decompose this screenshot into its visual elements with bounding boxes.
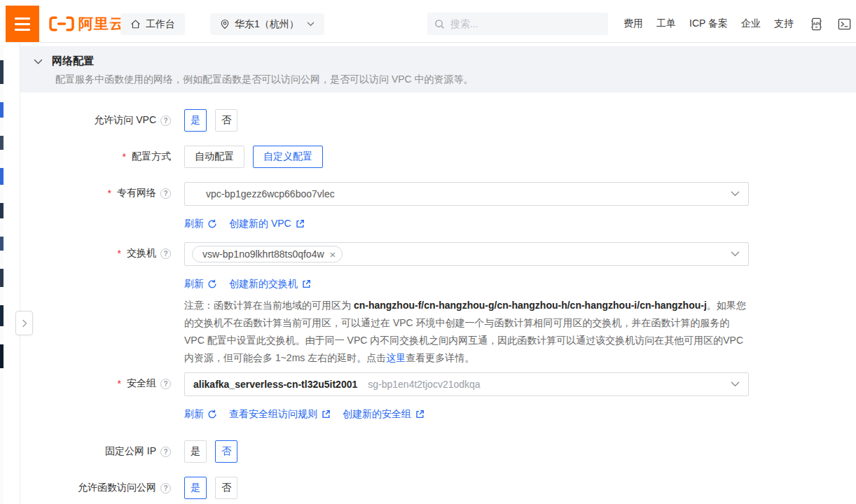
help-icon[interactable]: ? <box>160 188 171 199</box>
search-icon <box>434 19 445 29</box>
collapse-chevron-icon[interactable] <box>34 59 43 64</box>
config-mode-custom-button[interactable]: 自定义配置 <box>253 146 323 168</box>
aliyun-logo-text: 阿里云 <box>78 14 125 34</box>
network-config-panel: 网络配置 配置服务中函数使用的网络，例如配置函数是否可以访问公网，是否可以访问 … <box>20 43 856 504</box>
vpc-refresh-link[interactable]: 刷新 <box>184 218 217 230</box>
global-search[interactable] <box>427 13 608 35</box>
row-vpc: * 专有网络 ? vpc-bp1gezz6wcp66boo7vlec 刷新 <box>20 182 856 230</box>
security-group-refresh-link[interactable]: 刷新 <box>184 408 217 421</box>
network-config-form: 允许访问 VPC ? 是 否 * 配置方式 自动配置 自定义配置 <box>20 92 856 499</box>
row-vpc-access: 允许访问 VPC ? 是 否 <box>20 109 856 132</box>
topbar-nav: 费用 工单 ICP 备案 企业 支持 API <box>623 6 852 42</box>
help-icon[interactable]: ? <box>160 115 171 126</box>
availability-zones: cn-hangzhou-f/cn-hangzhou-g/cn-hangzhou-… <box>354 300 707 311</box>
external-link-icon <box>321 410 331 419</box>
section-description: 配置服务中函数使用的网络，例如配置函数是否可以访问公网，是否可以访问 VPC 中… <box>55 74 842 86</box>
external-link-icon <box>295 219 305 229</box>
help-icon[interactable]: ? <box>160 248 171 259</box>
security-group-name: alikafka_serverless-cn-tl32u5it2001 <box>193 379 357 390</box>
row-security-group: * 安全组 ? alikafka_serverless-cn-tl32u5it2… <box>20 372 856 421</box>
aliyun-logo[interactable]: 阿里云 <box>49 6 125 42</box>
aliyun-logo-icon <box>49 16 74 31</box>
refresh-icon <box>207 279 217 289</box>
config-mode-label: 配置方式 <box>132 150 171 163</box>
search-input[interactable] <box>450 18 591 29</box>
external-link-icon <box>415 410 424 419</box>
create-vswitch-link[interactable]: 创建新的交换机 <box>229 278 311 290</box>
vpc-access-no-button[interactable]: 否 <box>215 109 237 132</box>
hamburger-menu-button[interactable] <box>6 6 39 42</box>
vswitch-note: 注意：函数计算在当前地域的可用区为 cn-hangzhou-f/cn-hangz… <box>184 297 749 367</box>
security-group-label: 安全组 <box>127 377 156 390</box>
help-icon[interactable]: ? <box>160 483 171 493</box>
required-asterisk: * <box>118 248 121 259</box>
security-group-select[interactable]: alikafka_serverless-cn-tl32u5it2001 sg-b… <box>184 372 749 396</box>
refresh-icon <box>207 410 217 419</box>
chevron-down-icon <box>307 22 315 27</box>
sidebar-expander-handle[interactable] <box>15 311 33 335</box>
svg-text:API: API <box>813 20 820 25</box>
fixed-ip-yes-button[interactable]: 是 <box>184 440 207 463</box>
help-icon[interactable]: ? <box>160 379 171 389</box>
row-vswitch: * 交换机 ? vsw-bp1no9lkhrt88ts0qfo4w × 刷新 <box>20 242 856 367</box>
section-header: 网络配置 配置服务中函数使用的网络，例如配置函数是否可以访问公网，是否可以访问 … <box>20 46 856 92</box>
fixed-ip-label: 固定公网 IP <box>105 445 156 458</box>
fixed-ip-no-button[interactable]: 否 <box>215 440 237 463</box>
location-pin-icon <box>220 19 230 29</box>
details-link[interactable]: 这里 <box>386 352 406 363</box>
vpc-access-yes-button[interactable]: 是 <box>184 109 207 132</box>
refresh-icon <box>207 219 217 229</box>
terminal-icon[interactable] <box>837 17 852 31</box>
vpc-access-label: 允许访问 VPC <box>94 114 156 127</box>
workbench-button[interactable]: 工作台 <box>120 13 185 35</box>
required-asterisk: * <box>123 151 126 162</box>
background-page-edge <box>0 48 4 504</box>
security-group-id: sg-bp1en4t2tjocv21odkqa <box>368 379 480 390</box>
chevron-down-icon <box>731 251 740 257</box>
vswitch-tag-value: vsw-bp1no9lkhrt88ts0qfo4w <box>202 248 324 260</box>
vswitch-tag: vsw-bp1no9lkhrt88ts0qfo4w × <box>192 246 343 262</box>
required-asterisk: * <box>108 188 111 199</box>
nav-billing[interactable]: 费用 <box>623 18 643 30</box>
row-fixed-ip: 固定公网 IP ? 是 否 <box>20 440 856 463</box>
internet-access-yes-button[interactable]: 是 <box>184 477 207 499</box>
tag-close-icon[interactable]: × <box>330 249 336 260</box>
vswitch-label: 交换机 <box>127 247 156 260</box>
internet-access-no-button[interactable]: 否 <box>215 477 237 499</box>
vswitch-select[interactable]: vsw-bp1no9lkhrt88ts0qfo4w × <box>184 242 749 266</box>
config-mode-auto-button[interactable]: 自动配置 <box>184 146 244 168</box>
workbench-label: 工作台 <box>146 18 175 31</box>
nav-tickets[interactable]: 工单 <box>656 18 676 30</box>
vpc-select-value: vpc-bp1gezz6wcp66boo7vlec <box>193 188 335 200</box>
chevron-down-icon <box>731 381 740 387</box>
view-security-group-rules-link[interactable]: 查看安全组访问规则 <box>229 408 331 421</box>
required-asterisk: * <box>118 378 121 389</box>
create-security-group-link[interactable]: 创建新的安全组 <box>343 408 424 421</box>
topbar-divider <box>111 18 111 30</box>
region-label: 华东1（杭州） <box>235 18 299 31</box>
row-internet-access: 允许函数访问公网 ? 是 否 <box>20 477 856 499</box>
help-icon[interactable]: ? <box>160 447 171 457</box>
console-topbar: 阿里云 工作台 华东1（杭州） 费用 工单 <box>6 6 856 43</box>
section-title: 网络配置 <box>52 55 94 68</box>
nav-enterprise[interactable]: 企业 <box>741 18 761 30</box>
chevron-down-icon <box>731 190 740 197</box>
row-config-mode: * 配置方式 自动配置 自定义配置 <box>20 146 856 168</box>
vpc-select[interactable]: vpc-bp1gezz6wcp66boo7vlec <box>184 182 749 206</box>
internet-access-label: 允许函数访问公网 <box>78 482 156 494</box>
external-link-icon <box>301 279 311 289</box>
api-icon[interactable]: API <box>809 17 824 31</box>
create-vpc-link[interactable]: 创建新的 VPC <box>229 218 305 230</box>
home-icon <box>130 19 141 29</box>
region-selector[interactable]: 华东1（杭州） <box>210 13 324 35</box>
nav-support[interactable]: 支持 <box>774 18 794 30</box>
nav-icp-filing[interactable]: ICP 备案 <box>689 18 728 30</box>
vpc-label: 专有网络 <box>117 187 156 200</box>
vswitch-refresh-link[interactable]: 刷新 <box>184 278 217 290</box>
